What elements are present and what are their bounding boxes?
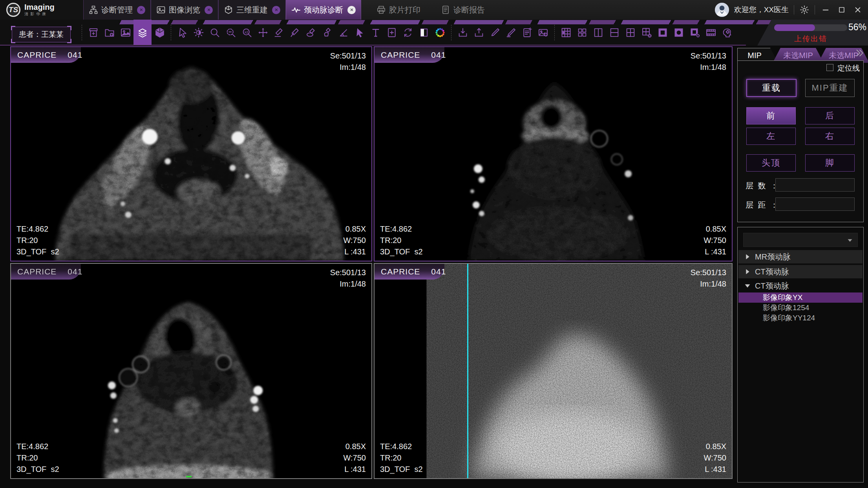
tree-leaf-2-1[interactable]: 影像印象1254 [738, 303, 863, 313]
front-button[interactable]: 前 [746, 107, 796, 124]
pen-probe-icon[interactable] [487, 23, 503, 42]
series-number: 041 [68, 267, 82, 276]
close-tab-icon[interactable] [137, 6, 145, 14]
archive-add-icon[interactable] [85, 23, 101, 42]
app-tab-label: 诊断管理 [101, 5, 133, 15]
series-tab: CAPRICE041 [375, 47, 444, 63]
layout-close-icon[interactable] [638, 23, 654, 42]
measure-line-icon[interactable] [271, 23, 287, 42]
tri-right-icon[interactable] [743, 252, 752, 261]
tri-down-icon[interactable] [743, 281, 752, 290]
series-number: 041 [431, 50, 446, 60]
app-tab-4[interactable]: 胶片打印 [371, 0, 426, 20]
import-icon[interactable] [455, 23, 471, 42]
mri-image-3 [11, 264, 371, 478]
text-annotation-icon[interactable] [367, 23, 384, 42]
invert-icon[interactable] [416, 23, 432, 42]
viewport-1[interactable]: CAPRICE041 Se:501/13Im:1/48 TE:4.862TR:2… [10, 46, 372, 261]
localizer-checkbox[interactable] [826, 64, 833, 71]
reload-button[interactable]: 重载 [746, 79, 797, 97]
series-tab: CAPRICE041 [11, 264, 81, 280]
tree-node-2[interactable]: CT颈动脉 [738, 280, 863, 292]
measure-angle-icon[interactable] [287, 23, 303, 42]
tree-node-1[interactable]: CT颈动脉 [738, 265, 863, 278]
viewport-3[interactable]: CAPRICE041 Se:501/13Im:1/48 TE:4.862TR:2… [10, 263, 372, 479]
app-tab-1[interactable]: 图像浏览 [151, 0, 218, 20]
ai-assist-icon[interactable] [719, 23, 735, 42]
export-icon[interactable] [471, 23, 487, 42]
minimize-button[interactable] [821, 5, 830, 14]
localizer-label: 定位线 [837, 63, 860, 73]
cube-3d-icon[interactable] [152, 23, 168, 42]
toolbar-separator [82, 25, 82, 40]
pan-icon[interactable] [255, 23, 271, 42]
zoom-2x-icon[interactable]: x2 [239, 23, 255, 42]
layer-spacing-label: 层 距 ： [746, 200, 779, 210]
series-dropdown[interactable] [743, 233, 858, 247]
head-top-button[interactable]: 头顶 [746, 154, 796, 172]
series-number: 041 [68, 50, 82, 60]
pointer-icon[interactable] [351, 23, 367, 42]
patient-label-box: 患者：王某某 [12, 27, 71, 42]
view-circle-icon[interactable] [671, 23, 687, 42]
app-tab-3[interactable]: 颈动脉诊断 [286, 0, 361, 20]
layout-split-horizontal-icon[interactable] [606, 23, 622, 42]
zoom-icon[interactable] [206, 23, 223, 42]
report-add-icon[interactable] [519, 23, 535, 42]
app-logo: TS Imaging 清影华康 [0, 0, 83, 20]
brightness-icon[interactable] [190, 23, 206, 42]
zoom-area-icon[interactable] [223, 23, 239, 42]
angle-icon[interactable] [335, 23, 351, 42]
layers-icon[interactable] [133, 20, 152, 46]
add-page-icon[interactable] [384, 23, 400, 42]
pen-probe2-icon[interactable] [503, 23, 519, 42]
overlay-acquisition-info: TE:4.862TR:203D_TOF s2 [16, 223, 59, 258]
draw-polygon-icon[interactable] [319, 23, 335, 42]
color-wheel-icon[interactable] [432, 23, 448, 42]
tree-leaf-2-0[interactable]: 影像印象YX [738, 292, 863, 303]
folder-add-icon[interactable] [101, 23, 117, 42]
mip-rebuild-button[interactable]: MIP重建 [805, 79, 855, 97]
series-number: 041 [431, 267, 446, 276]
image-export-icon[interactable] [535, 23, 551, 42]
app-tab-2[interactable]: 三维重建 [218, 0, 286, 20]
maximize-button[interactable] [837, 5, 846, 14]
rotate-icon[interactable] [400, 23, 416, 42]
localizer-line[interactable] [467, 264, 468, 478]
view-single-icon[interactable] [654, 23, 671, 42]
foot-button[interactable]: 脚 [805, 154, 855, 172]
viewport-4[interactable]: CAPRICE041 Se:501/13Im:1/48 TE:4.862TR:2… [374, 263, 733, 479]
avatar[interactable] [715, 3, 729, 17]
tree-node-0[interactable]: MR颈动脉 [738, 250, 863, 263]
progress-fill [774, 24, 815, 31]
overlay-display-info: 0.85XW:750L :431 [344, 441, 366, 475]
right-button[interactable]: 右 [805, 128, 855, 145]
mri-image-4 [375, 264, 732, 478]
app-tab-5[interactable]: 诊断报告 [436, 0, 490, 20]
view-close-icon[interactable] [687, 23, 703, 42]
close-tab-icon[interactable] [205, 6, 213, 14]
layout-grid4-small-icon[interactable] [574, 23, 590, 42]
tree-leaf-2-2[interactable]: 影像印象YY124 [738, 313, 863, 323]
layout-grid2x2-icon[interactable] [622, 23, 638, 42]
viewport-2[interactable]: CAPRICE041 Se:501/13Im:1/48 TE:4.862TR:2… [374, 46, 733, 261]
layout-grid9-icon[interactable] [558, 23, 574, 42]
back-button[interactable]: 后 [805, 107, 855, 124]
layer-count-input[interactable] [775, 178, 855, 192]
close-tab-icon[interactable] [272, 6, 280, 14]
overlay-display-info: 0.85XW:750L :431 [704, 441, 726, 475]
close-button[interactable] [853, 5, 862, 14]
filmstrip-icon[interactable] [703, 23, 719, 42]
layer-spacing-input[interactable] [775, 197, 855, 211]
tri-right-icon[interactable] [743, 267, 752, 276]
app-tab-0[interactable]: 诊断管理 [83, 0, 151, 20]
draw-ellipse-icon[interactable] [303, 23, 319, 42]
settings-gear-icon[interactable] [799, 5, 810, 15]
cursor-icon[interactable] [174, 23, 190, 42]
chevrons-right-icon[interactable] [854, 48, 864, 58]
image-gallery-icon[interactable] [117, 23, 133, 42]
layout-split-vertical-icon[interactable] [590, 23, 606, 42]
close-tab-icon[interactable] [347, 6, 356, 14]
caret-down-icon [846, 236, 854, 245]
left-button[interactable]: 左 [746, 128, 796, 145]
